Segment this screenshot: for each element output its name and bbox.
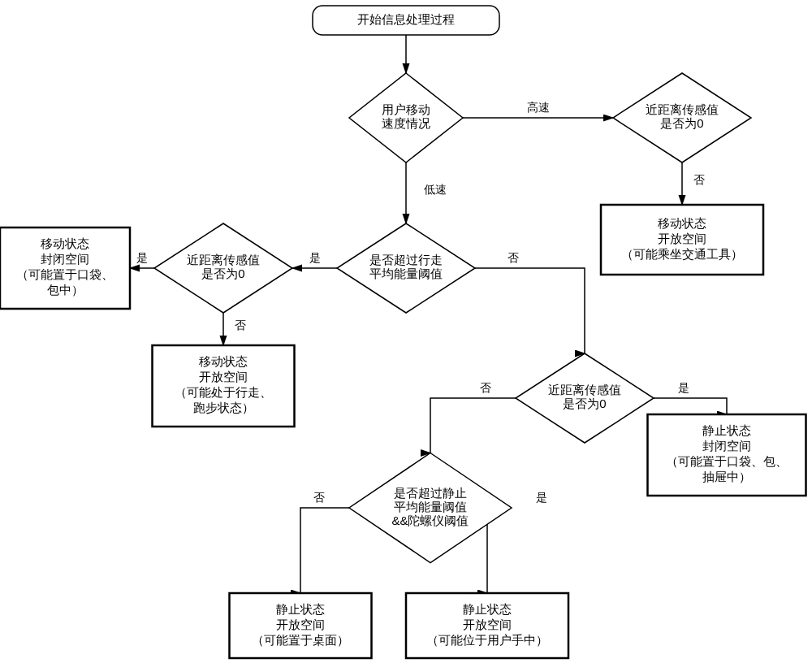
node-label: 是否为0 [660,116,703,130]
edge-label: 否 [693,173,705,186]
node-label: 静止状态 [702,423,751,437]
node-d_prox_high: 近距离传感值是否为0 [613,73,751,162]
node-label: 开始信息处理过程 [357,12,455,26]
node-r_vehicle: 移动状态开放空间（可能乘坐交通工具） [601,205,763,275]
node-label: 近距离传感值 [548,383,621,396]
edge-label: 否 [313,491,325,504]
edge-label: 高速 [527,101,550,114]
node-label: 用户移动 [382,102,430,116]
edge-label: 是 [678,381,689,394]
node-label: （可能处于行走、 [175,385,272,399]
node-label: 平均能量阈值 [369,266,443,280]
node-label: 近距离传感值 [187,253,260,266]
node-d_prox_still: 近距离传感值是否为0 [516,353,654,443]
node-label: 封闭空间 [41,252,89,266]
node-label: &&陀螺仪阈值 [391,514,469,527]
node-label: 移动状态 [658,216,706,230]
edge [475,268,585,353]
edge [430,398,516,453]
edge [300,508,349,593]
node-r_pocket_bag: 移动状态封闭空间（可能置于口袋、包中） [0,228,130,309]
node-label: 移动状态 [41,236,89,250]
node-label: 抽屉中） [702,470,751,483]
node-label: 开放空间 [276,618,325,631]
node-label: 是否为0 [201,266,244,280]
node-label: 移动状态 [199,354,248,368]
node-label: 是否超过静止 [394,486,467,500]
node-r_drawer: 静止状态封闭空间（可能置于口袋、包、抽屉中） [648,414,806,496]
edge [654,398,727,414]
node-label: 开放空间 [658,232,706,245]
node-start: 开始信息处理过程 [313,6,499,35]
node-label: （可能乘坐交通工具） [621,247,743,261]
node-label: 平均能量阈值 [394,500,467,514]
node-label: 是否为0 [563,396,606,410]
node-label: 包中） [47,283,84,297]
node-label: （可能置于口袋、包、 [666,454,788,468]
node-label: （可能置于桌面） [252,633,349,647]
node-label: （可能位于用户手中） [426,633,548,647]
edge-label: 低速 [424,183,447,196]
node-label: 跑步状态） [193,401,254,414]
node-label: 开放空间 [463,618,512,631]
edge-label: 否 [480,381,491,394]
edge-label: 是 [309,251,321,264]
edge-label: 是 [536,491,547,504]
node-label: 开放空间 [199,370,248,384]
node-label: 静止状态 [463,602,512,616]
edge-label: 否 [508,251,519,264]
node-r_desk: 静止状态开放空间（可能置于桌面） [230,593,372,658]
node-label: 速度情况 [382,116,430,130]
node-label: 近距离传感值 [646,102,719,116]
edge-label: 是 [136,251,148,264]
node-d_speed: 用户移动速度情况 [349,73,463,162]
node-label: 封闭空间 [702,439,751,453]
edge-label: 否 [235,318,246,332]
node-label: （可能置于口袋、 [16,267,114,281]
node-label: 是否超过行走 [369,253,443,266]
node-label: 静止状态 [276,602,325,616]
node-d_walk_energy: 是否超过行走平均能量阈值 [337,223,475,313]
node-d_prox_walk: 近距离传感值是否为0 [154,223,292,313]
node-r_walk_run: 移动状态开放空间（可能处于行走、跑步状态） [153,345,295,427]
node-r_hand: 静止状态开放空间（可能位于用户手中） [406,593,568,658]
